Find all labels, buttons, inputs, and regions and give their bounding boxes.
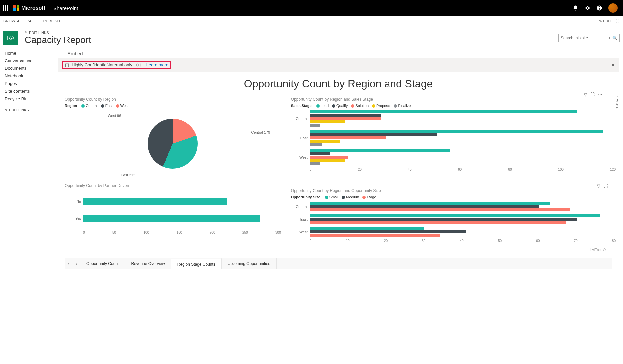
- chart-bars-partner[interactable]: Opportunity Count by Partner Driven NoYe…: [65, 183, 281, 243]
- bar-segment: [310, 143, 322, 146]
- bar-segment: [310, 133, 437, 136]
- close-icon[interactable]: ✕: [611, 62, 615, 68]
- tab-next-icon[interactable]: ›: [73, 261, 80, 266]
- search-input[interactable]: Search this site ▾ 🔍: [558, 34, 620, 42]
- bar-segment: [310, 162, 320, 165]
- bar-segment: [310, 205, 539, 208]
- bar-segment: [310, 214, 600, 217]
- edit-links-nav[interactable]: ✎ EDIT LINKS: [5, 108, 55, 112]
- nav-item-pages[interactable]: Pages: [5, 80, 55, 87]
- chart-bars-stage[interactable]: Opportunity Count by Region and Sales St…: [291, 97, 616, 177]
- info-icon[interactable]: i: [136, 63, 141, 67]
- category-label: No: [65, 200, 81, 204]
- visual-filter-icon[interactable]: ▽: [597, 183, 600, 188]
- report-title: Opportunity Count by Region and Stage: [58, 78, 619, 90]
- category-label: Yes: [65, 216, 81, 220]
- bar-segment: [310, 110, 577, 113]
- help-icon[interactable]: [596, 5, 602, 11]
- quick-launch-nav: HomeConversationsDocumentsNotebookPagesS…: [0, 48, 58, 269]
- fullscreen-icon[interactable]: ⛶: [616, 19, 620, 23]
- embed-webpart-label: Embed: [67, 51, 619, 56]
- category-label: East: [291, 217, 308, 221]
- bar-segment: [310, 114, 381, 117]
- report-tab-opportunity-count[interactable]: Opportunity Count: [80, 258, 125, 269]
- settings-icon[interactable]: [584, 5, 590, 11]
- chart-title: Opportunity Count by Region and Sales St…: [291, 97, 616, 102]
- nav-item-documents[interactable]: Documents: [5, 64, 55, 72]
- notifications-icon[interactable]: [572, 5, 578, 11]
- bar-segment: [310, 136, 386, 139]
- bar-segment: [310, 130, 603, 133]
- report-page-tabs: ‹ › Opportunity CountRevenue OverviewReg…: [65, 258, 612, 269]
- chart-pie-region[interactable]: Opportunity Count by Region RegionCentra…: [65, 97, 281, 177]
- bar-segment: [310, 117, 381, 120]
- bar-segment: [310, 230, 467, 233]
- nav-item-notebook[interactable]: Notebook: [5, 72, 55, 80]
- tab-prev-icon[interactable]: ‹: [65, 261, 73, 266]
- category-label: West: [291, 230, 308, 234]
- bar-segment: [83, 215, 260, 222]
- nav-item-site-contents[interactable]: Site contents: [5, 87, 55, 95]
- nav-item-conversations[interactable]: Conversations: [5, 57, 55, 64]
- user-avatar[interactable]: [608, 3, 618, 13]
- copyright-label: obviEnce ©: [58, 248, 606, 252]
- app-launcher-icon[interactable]: [3, 5, 8, 11]
- search-placeholder: Search this site: [561, 36, 588, 40]
- pie-slice-label-east: East 212: [121, 173, 135, 177]
- bar-segment: [83, 198, 227, 205]
- visual-more-icon[interactable]: ⋯: [611, 183, 616, 188]
- bar-segment: [310, 120, 345, 123]
- site-header: RA ✎ EDIT LINKS Capacity Report Search t…: [0, 26, 623, 48]
- bar-segment: [310, 202, 551, 205]
- bar-segment: [310, 159, 345, 162]
- sensitivity-banner: ◫ Highly Confidential\Internal only i Le…: [58, 58, 619, 72]
- category-label: Central: [291, 117, 308, 121]
- visual-filter-icon[interactable]: ▽: [584, 92, 587, 97]
- chart-title: Opportunity Count by Partner Driven: [65, 183, 281, 188]
- chart-bars-size[interactable]: ▽ ⛶ ⋯ Opportunity Count by Region and Op…: [291, 183, 616, 243]
- edit-links-top[interactable]: ✎ EDIT LINKS: [25, 30, 91, 35]
- pie-graphic: [148, 119, 198, 169]
- pie-slice-label-central: Central 179: [251, 130, 270, 134]
- suite-bar: Microsoft SharePoint: [0, 0, 623, 16]
- category-label: West: [291, 155, 308, 159]
- report-tab-upcoming-opportunities[interactable]: Upcoming Opportunities: [222, 258, 277, 269]
- bar-segment: [310, 221, 566, 224]
- bar-segment: [310, 149, 450, 152]
- sharepoint-label[interactable]: SharePoint: [53, 5, 78, 11]
- page-title: Capacity Report: [25, 35, 91, 45]
- bar-segment: [310, 208, 570, 211]
- chart-legend: Opportunity SizeSmallMediumLarge: [291, 195, 616, 199]
- category-label: Central: [291, 205, 308, 209]
- pie-slice-label-west: West 96: [108, 114, 121, 118]
- bar-segment: [310, 227, 424, 230]
- search-scope-dropdown-icon[interactable]: ▾: [609, 36, 610, 40]
- ribbon-tab-publish[interactable]: PUBLISH: [43, 19, 60, 23]
- report-tab-revenue-overview[interactable]: Revenue Overview: [125, 258, 171, 269]
- chart-legend: Sales StageLeadQualifySolutionProposalFi…: [291, 104, 616, 108]
- ribbon-tab-browse[interactable]: BROWSE: [3, 19, 21, 23]
- bar-segment: [310, 152, 330, 155]
- chart-title: Opportunity Count by Region: [65, 97, 281, 102]
- bar-segment: [310, 124, 320, 127]
- nav-item-home[interactable]: Home: [5, 49, 55, 57]
- visual-focus-icon[interactable]: ⛶: [604, 183, 608, 188]
- ribbon-tab-page[interactable]: PAGE: [27, 19, 37, 23]
- learn-more-link[interactable]: Learn more: [146, 62, 168, 67]
- bar-segment: [310, 140, 340, 143]
- sensitivity-label: Highly Confidential\Internal only: [72, 62, 132, 67]
- report-tab-region-stage-counts[interactable]: Region Stage Counts: [171, 258, 222, 269]
- bar-segment: [310, 234, 440, 237]
- visual-focus-icon[interactable]: ⛶: [590, 92, 595, 97]
- sensitivity-icon: ◫: [65, 62, 69, 67]
- visual-more-icon[interactable]: ⋯: [598, 92, 602, 97]
- site-logo[interactable]: RA: [3, 31, 18, 45]
- edit-page-button[interactable]: ✎ EDIT: [599, 19, 611, 23]
- search-icon[interactable]: 🔍: [612, 36, 617, 40]
- filters-pane-toggle[interactable]: ‹ Filters: [616, 94, 620, 111]
- bar-segment: [310, 156, 348, 159]
- nav-item-recycle-bin[interactable]: Recycle Bin: [5, 95, 55, 103]
- microsoft-label: Microsoft: [21, 5, 45, 11]
- highlight-annotation: ◫ Highly Confidential\Internal only i Le…: [62, 61, 171, 69]
- page-action-bar: BROWSE PAGE PUBLISH ✎ EDIT ⛶: [0, 16, 623, 26]
